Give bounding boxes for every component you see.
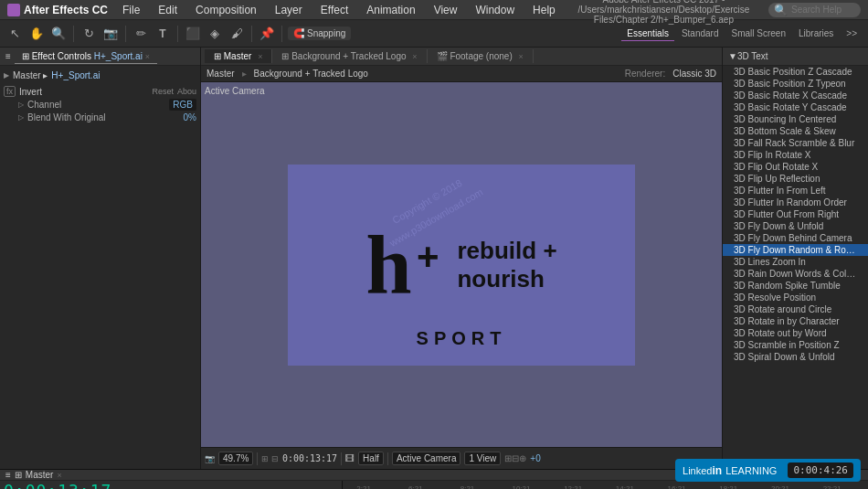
tl-tab-close[interactable]: ×	[57, 471, 61, 480]
vt-camera-dropdown[interactable]: Active Camera	[392, 452, 461, 465]
menu-composition[interactable]: Composition	[192, 4, 260, 16]
tab-close-bg[interactable]: ×	[412, 52, 417, 61]
list-item[interactable]: 3D Flip Up Reflection	[723, 173, 868, 185]
list-item[interactable]: 3D Basic Position Z Typeon	[723, 78, 868, 90]
tab-close-footage[interactable]: ×	[519, 52, 524, 61]
list-item[interactable]: 3D Scramble in Position Z	[723, 339, 868, 351]
list-item[interactable]: 3D Rotate in by Character	[723, 315, 868, 327]
vt-view-dropdown[interactable]: 1 View	[464, 452, 501, 465]
tool-mask[interactable]: ◈	[206, 25, 224, 43]
path-display: Adobe After Effects CC 2017 - /Users/mar…	[570, 0, 757, 25]
list-item[interactable]: 3D Fly Down Random & Rotate Y	[723, 244, 868, 256]
vt-plus-value: +0	[530, 453, 540, 463]
tl-menu-icon[interactable]: ≡	[5, 470, 11, 480]
tool-hand[interactable]: ✋	[27, 25, 46, 43]
list-item[interactable]: 3D Random Spike Tumble	[723, 280, 868, 292]
tab-close-master[interactable]: ×	[258, 52, 262, 61]
tool-shape[interactable]: ⬛	[184, 25, 202, 43]
menu-file[interactable]: File	[119, 4, 143, 16]
snap-btn[interactable]: 🧲 Snapping	[288, 27, 351, 40]
list-item[interactable]: 3D Basic Position Z Cascade	[723, 66, 868, 78]
list-item[interactable]: 3D Fall Rack Scramble & Blur	[723, 137, 868, 149]
app-icon: After Effects CC	[7, 4, 108, 16]
main-area: ≡ ⊞ Effect Controls H+_Sport.ai × ▶ Mast…	[0, 48, 868, 469]
vt-zoom[interactable]: 49.7%	[218, 452, 253, 465]
presets-title: 3D Text	[737, 51, 768, 61]
composition-canvas: Copyright © 2018 www.p30download.com h +…	[288, 165, 635, 366]
list-item[interactable]: 3D Basic Rotate X Cascade	[723, 90, 868, 101]
logo-sport: SPORT	[417, 328, 507, 349]
breadcrumb-bg[interactable]: Background + Tracked Logo	[254, 69, 368, 79]
reset-btn[interactable]: Reset	[152, 87, 174, 96]
logo-line2: nourish	[457, 265, 556, 293]
tool-select[interactable]: ↖	[5, 25, 24, 43]
menu-help[interactable]: Help	[529, 4, 559, 16]
blend-value[interactable]: 0%	[184, 112, 196, 122]
menu-view[interactable]: View	[430, 4, 461, 16]
list-item[interactable]: 3D Rotate out by Word	[723, 327, 868, 339]
channel-value[interactable]: RGB	[169, 99, 196, 111]
ruler-mark: 20:21	[771, 484, 789, 489]
breadcrumb-master[interactable]: Master	[206, 69, 235, 79]
footage-icon: 🎬	[437, 51, 448, 61]
list-item[interactable]: 3D Flutter Out From Right	[723, 208, 868, 220]
renderer-value: Classic 3D	[672, 69, 716, 79]
list-item[interactable]: 3D Rotate around Circle	[723, 303, 868, 315]
list-item[interactable]: 3D Bottom Scale & Skew	[723, 125, 868, 137]
tab-close[interactable]: ×	[145, 52, 150, 61]
list-item[interactable]: 3D Rain Down Words & Colors	[723, 268, 868, 280]
menu-window[interactable]: Window	[471, 4, 518, 16]
viewer-area[interactable]: Active Camera Copyright © 2018 www.p30do…	[201, 82, 722, 447]
separator-4	[251, 26, 252, 42]
about-label: Abou	[177, 87, 196, 96]
tool-paint[interactable]: 🖌	[228, 25, 246, 43]
list-item[interactable]: 3D Flutter In From Left	[723, 185, 868, 197]
workspace-libraries[interactable]: Libraries	[793, 27, 839, 41]
vt-quality[interactable]: Half	[358, 452, 384, 465]
menu-layer[interactable]: Layer	[271, 4, 306, 16]
composition-panel: ⊞ Master × ⊞ Background + Tracked Logo ×…	[201, 48, 722, 469]
list-item[interactable]: 3D Fly Down Behind Camera	[723, 232, 868, 244]
panel-menu-icon[interactable]: ≡	[5, 51, 11, 61]
workspace-standard[interactable]: Standard	[676, 27, 725, 41]
search-input[interactable]	[791, 5, 855, 15]
workspace-essentials[interactable]: Essentials	[621, 27, 674, 41]
tool-pen[interactable]: ✏	[132, 25, 150, 43]
tool-rotate[interactable]: ↻	[79, 25, 98, 43]
comp-tab-master[interactable]: ⊞ Master ×	[205, 49, 272, 63]
list-item[interactable]: 3D Spiral Down & Unfold	[723, 351, 868, 363]
menu-effect[interactable]: Effect	[317, 4, 352, 16]
timecode-display[interactable]: 0:00:13:17	[4, 481, 111, 489]
separator-3	[177, 26, 178, 42]
list-item[interactable]: 3D Resolve Position	[723, 292, 868, 303]
timeline-body: 0:00:13:17 00329 (23.976 fps) 🔍 ⊕ ⊞ ⊗ 🔗 …	[0, 481, 868, 489]
ruler-marks: 2:216:218:2110:2112:2114:2116:2118:2120:…	[346, 481, 864, 489]
workspace-small-screen[interactable]: Small Screen	[725, 27, 790, 41]
list-item[interactable]: 3D Flip In Rotate X	[723, 149, 868, 161]
tool-camera[interactable]: 📷	[101, 25, 120, 43]
tool-text[interactable]: T	[153, 25, 172, 43]
list-item[interactable]: 3D Basic Rotate Y Cascade	[723, 101, 868, 113]
learning-label: LEARNING	[725, 465, 777, 476]
effect-controls-tab[interactable]: ⊞ Effect Controls H+_Sport.ai ×	[15, 49, 157, 64]
list-item[interactable]: 3D Flip Out Rotate X	[723, 161, 868, 173]
timeline-left-header: 0:00:13:17	[0, 481, 342, 489]
search-box[interactable]: 🔍	[768, 3, 861, 17]
search-icon: 🔍	[774, 4, 788, 16]
invert-label: Invert	[19, 87, 148, 97]
tool-zoom[interactable]: 🔍	[49, 25, 68, 43]
workspace-tabs: Essentials Standard Small Screen Librari…	[621, 27, 863, 41]
tool-puppet[interactable]: 📌	[258, 25, 276, 43]
list-item[interactable]: 3D Flutter In Random Order	[723, 197, 868, 208]
fx-row: fx Invert Reset Abou	[4, 85, 196, 98]
snap-icon: 🧲	[293, 28, 304, 38]
list-item[interactable]: 3D Bouncing In Centered	[723, 113, 868, 125]
workspace-more[interactable]: >>	[841, 27, 863, 41]
list-item[interactable]: 3D Lines Zoom In	[723, 256, 868, 268]
menu-animation[interactable]: Animation	[363, 4, 418, 16]
menu-edit[interactable]: Edit	[154, 4, 181, 16]
list-item[interactable]: 3D Fly Down & Unfold	[723, 220, 868, 232]
comp-tab-footage[interactable]: 🎬 Footage (none) ×	[428, 49, 534, 63]
ruler-mark: 18:21	[719, 484, 737, 489]
comp-tab-bg[interactable]: ⊞ Background + Tracked Logo ×	[272, 49, 427, 63]
